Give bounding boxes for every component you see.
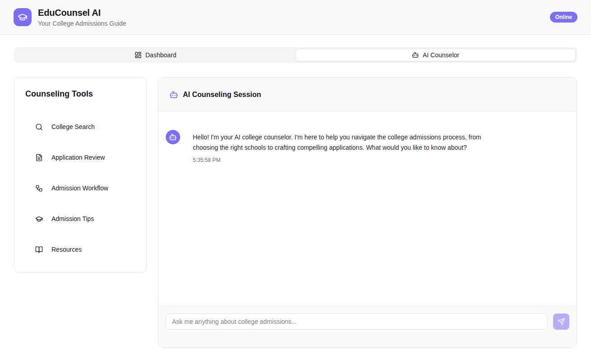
page-content: Dashboard AI Counselor Counseling Tools: [0, 47, 591, 348]
bot-icon: [169, 133, 177, 141]
message-body: Hello! I'm your AI college counselor. I'…: [186, 130, 502, 163]
sidebar-item-admission-workflow[interactable]: Admission Workflow: [25, 179, 135, 197]
layout-dashboard-icon: [135, 51, 142, 59]
sidebar-item-admission-tips[interactable]: Admission Tips: [25, 210, 135, 228]
app-subtitle: Your College Admissions Guide: [38, 20, 126, 27]
chat-panel-title: AI Counseling Session: [183, 91, 261, 99]
app-title: EduCounsel AI: [38, 8, 126, 18]
sidebar-item-label: College Search: [51, 123, 95, 130]
tab-ai-counselor[interactable]: AI Counselor: [296, 49, 576, 61]
tab-dashboard[interactable]: Dashboard: [15, 49, 296, 61]
brand: EduCounsel AI Your College Admissions Gu…: [14, 8, 126, 27]
assistant-message: Hello! I'm your AI college counselor. I'…: [166, 130, 569, 163]
file-text-icon: [35, 154, 43, 161]
workflow-icon: [35, 184, 43, 192]
chat-message-list: Hello! I'm your AI college counselor. I'…: [158, 112, 577, 306]
chat-message-input[interactable]: [166, 313, 548, 330]
online-status-badge: Online: [550, 12, 577, 23]
assistant-avatar: [166, 130, 180, 144]
book-open-icon: [35, 246, 43, 253]
tab-ai-counselor-label: AI Counselor: [423, 51, 459, 59]
send-button[interactable]: [553, 313, 569, 330]
graduation-cap-icon: [35, 215, 43, 223]
search-icon: [35, 123, 43, 131]
counseling-tools-panel: Counseling Tools College Search: [14, 77, 147, 273]
ai-counseling-session-panel: AI Counseling Session He: [158, 77, 577, 348]
chat-header: AI Counseling Session: [158, 78, 577, 112]
brand-text: EduCounsel AI Your College Admissions Gu…: [38, 8, 126, 27]
bot-icon: [412, 51, 419, 59]
sidebar-item-label: Admission Tips: [51, 215, 94, 222]
tab-dashboard-label: Dashboard: [145, 51, 177, 59]
sidebar-item-application-review[interactable]: Application Review: [25, 148, 135, 166]
bot-icon: [169, 90, 178, 99]
send-icon: [558, 318, 565, 325]
sidebar-title: Counseling Tools: [25, 89, 135, 99]
app-header: EduCounsel AI Your College Admissions Gu…: [0, 0, 591, 35]
sidebar-item-label: Application Review: [51, 154, 105, 161]
chat-input-bar: [158, 306, 577, 347]
sidebar-item-label: Resources: [51, 246, 82, 253]
sidebar-item-college-search[interactable]: College Search: [25, 118, 135, 136]
graduation-cap-logo: [14, 8, 32, 26]
message-text: Hello! I'm your AI college counselor. I'…: [193, 132, 494, 153]
main-tab-list: Dashboard AI Counselor: [14, 47, 577, 63]
message-timestamp: 5:35:58 PM: [193, 157, 494, 163]
graduation-cap-icon: [18, 12, 28, 22]
main-layout: Counseling Tools College Search: [14, 77, 577, 348]
sidebar-item-resources[interactable]: Resources: [25, 240, 135, 258]
sidebar-item-label: Admission Workflow: [51, 184, 108, 192]
